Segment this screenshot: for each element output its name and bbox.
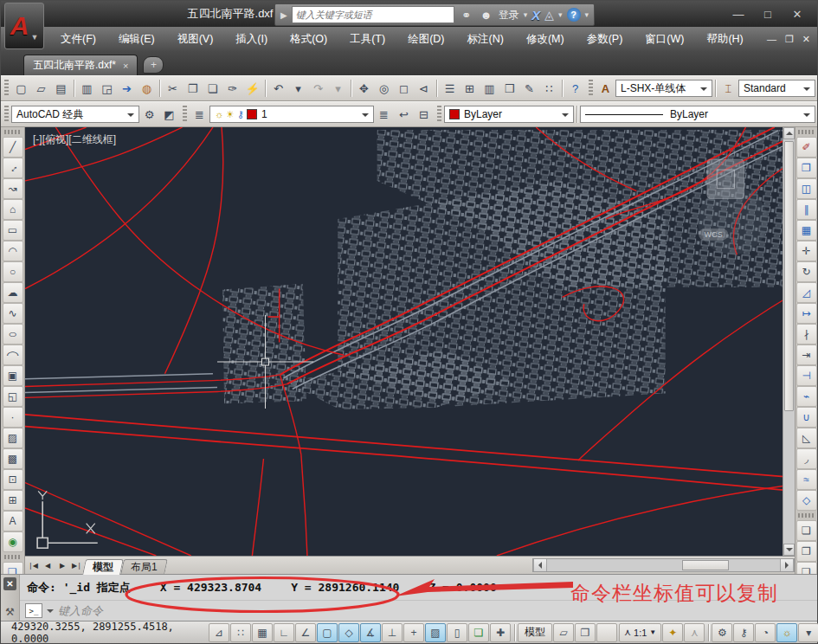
toolbar-grip[interactable] (4, 106, 9, 123)
zoom-window-icon[interactable]: ◻ (394, 79, 414, 99)
toolbar-grip[interactable] (589, 80, 593, 97)
ellipse-icon[interactable]: ○ (3, 324, 23, 345)
break-at-point-icon[interactable]: ⊣ (796, 365, 817, 386)
text-style-icon[interactable]: A (596, 79, 615, 99)
copy-icon[interactable]: ❐ (183, 79, 203, 99)
scroll-up-icon[interactable] (783, 127, 795, 139)
chamfer-icon[interactable]: ◺ (796, 428, 817, 448)
publish-icon[interactable]: ◍ (137, 79, 157, 99)
multiline-text-icon[interactable]: A (3, 511, 23, 531)
first-tab-button[interactable]: ❘◀ (25, 558, 40, 572)
quick-view-drawings-icon[interactable]: ❐ (575, 623, 596, 642)
vscroll-thumb[interactable] (784, 141, 794, 411)
offset-icon[interactable]: ∥ (796, 199, 817, 220)
undo-dropdown-icon[interactable]: ▾ (288, 79, 308, 99)
rotate-icon[interactable]: ↻ (796, 261, 817, 282)
annotation-monitor-toggle[interactable]: ✚ (490, 623, 511, 642)
etransmit-icon[interactable]: ➔ (117, 79, 137, 99)
workspace-settings-icon[interactable]: ⚙ (139, 105, 159, 125)
tool-palettes-icon[interactable]: ▥ (480, 79, 499, 99)
make-block-icon[interactable]: ◱ (3, 386, 23, 407)
maximize-button[interactable]: □ (753, 4, 783, 23)
doc-restore-button[interactable]: ❐ (785, 34, 794, 45)
blend-curves-icon[interactable]: ≈ (796, 469, 817, 490)
grid-display-toggle[interactable]: ▦ (252, 623, 273, 642)
mirror-icon[interactable]: ◫ (796, 178, 817, 199)
quickcalc-icon[interactable]: ∷ (539, 79, 559, 99)
dim-style-icon[interactable]: ⌶ (718, 79, 738, 99)
menu-insert[interactable]: 插入(I) (224, 27, 279, 51)
workspace-switching-icon[interactable]: ⚙ (712, 623, 732, 642)
menu-parametric[interactable]: 参数(P) (576, 27, 634, 51)
selection-cycling-toggle[interactable]: ❏ (468, 623, 489, 642)
polygon-icon[interactable]: ⌂ (3, 199, 23, 220)
hscroll-thumb[interactable] (682, 560, 729, 570)
snap-mode-toggle[interactable]: ∷ (230, 623, 251, 642)
autoscale-icon[interactable]: ⋏ (684, 623, 705, 642)
polar-tracking-toggle[interactable]: ∠ (295, 623, 316, 642)
scroll-left-icon[interactable] (533, 559, 547, 571)
circle-icon[interactable]: ○ (3, 261, 23, 282)
copy-object-icon[interactable]: ❐ (796, 158, 817, 178)
infocenter-collapse-icon[interactable]: ▶ (280, 10, 287, 20)
linetype-combo[interactable]: ByLayer (580, 106, 815, 123)
hatch-icon[interactable]: ▨ (3, 428, 23, 448)
new-tab-button[interactable]: + (143, 56, 164, 74)
annotation-visibility-icon[interactable]: ✦ (662, 623, 683, 642)
autodesk360-icon[interactable]: ◬ (544, 8, 554, 22)
menu-format[interactable]: 格式(O) (279, 27, 338, 51)
point-icon[interactable]: · (3, 407, 23, 428)
file-tab-active[interactable]: 五四北南平路.dxf* × (23, 55, 138, 75)
annotation-scale-button[interactable]: ⋏ 1:1 ▼ (619, 623, 661, 642)
dynamic-ucs-toggle[interactable]: ⊥ (382, 623, 403, 642)
drawing-area[interactable]: [-][俯视][二维线框] (25, 127, 795, 556)
status-dropdown-icon[interactable]: ▾ (798, 623, 818, 642)
block-editor-icon[interactable]: ⚡ (242, 79, 262, 99)
object-snap-tracking-toggle[interactable]: ∡ (360, 623, 381, 642)
scale-icon[interactable]: ◿ (796, 282, 817, 303)
color-combo[interactable]: ByLayer (444, 106, 574, 123)
drawing-canvas[interactable]: WCS (25, 127, 795, 556)
layout1-tab[interactable]: 布局1 (120, 559, 168, 575)
arc-icon[interactable]: ◠ (3, 241, 23, 261)
toolbar-grip[interactable] (4, 555, 22, 559)
quick-properties-toggle[interactable]: ▯ (447, 623, 467, 642)
construction-line-icon[interactable]: ↔ (3, 158, 23, 178)
break-icon[interactable]: ⌁ (796, 386, 817, 407)
doc-minimize-button[interactable]: — (767, 34, 776, 44)
zoom-realtime-icon[interactable]: ◎ (374, 79, 394, 99)
minimize-button[interactable]: — (724, 4, 753, 23)
transparency-toggle[interactable]: ▨ (425, 623, 446, 642)
object-snap-toggle[interactable]: ▢ (317, 623, 338, 642)
horizontal-scrollbar[interactable] (532, 558, 795, 572)
help-dropdown-icon[interactable]: ▾ (585, 10, 589, 19)
ellipse-arc-icon[interactable]: ◠ (3, 345, 23, 365)
table-icon[interactable]: ⊞ (3, 490, 23, 511)
toolbar-grip[interactable] (183, 106, 187, 123)
plot-preview-icon[interactable]: ◲ (97, 79, 117, 99)
performance-icon[interactable]: ◔ (755, 623, 776, 642)
bring-to-front-icon[interactable]: ❏ (796, 520, 817, 541)
signin-dropdown-icon[interactable]: ▾ (524, 10, 528, 19)
undo-icon[interactable]: ↶ (268, 79, 288, 99)
isolate-objects-icon[interactable]: ☼ (776, 623, 797, 642)
markup-set-manager-icon[interactable]: ✎ (519, 79, 539, 99)
join-icon[interactable]: ∪ (796, 407, 817, 428)
scroll-down-icon[interactable] (783, 544, 795, 556)
make-object-layer-current-icon[interactable]: ≣ (374, 105, 394, 125)
my-workspace-icon[interactable]: ◩ (159, 105, 179, 125)
menu-draw[interactable]: 绘图(D) (396, 27, 455, 51)
quick-view-layouts-icon[interactable]: ▱ (553, 623, 574, 642)
extend-icon[interactable]: ⇥ (796, 345, 817, 365)
cut-icon[interactable]: ✂ (163, 79, 183, 99)
command-close-icon[interactable]: ✕ (3, 577, 16, 590)
match-properties-icon[interactable]: ✑ (222, 79, 242, 99)
prev-tab-button[interactable]: ◀ (40, 558, 55, 572)
redo-dropdown-icon[interactable]: ▾ (328, 79, 348, 99)
sheet-set-manager-icon[interactable]: ❒ (499, 79, 519, 99)
help-icon[interactable]: ? (565, 79, 585, 99)
model-tab[interactable]: 模型 (82, 559, 124, 575)
rectangle-icon[interactable]: ▭ (3, 220, 23, 241)
array-icon[interactable]: ▦ (796, 220, 817, 241)
help-round-icon[interactable]: ? (567, 8, 581, 22)
